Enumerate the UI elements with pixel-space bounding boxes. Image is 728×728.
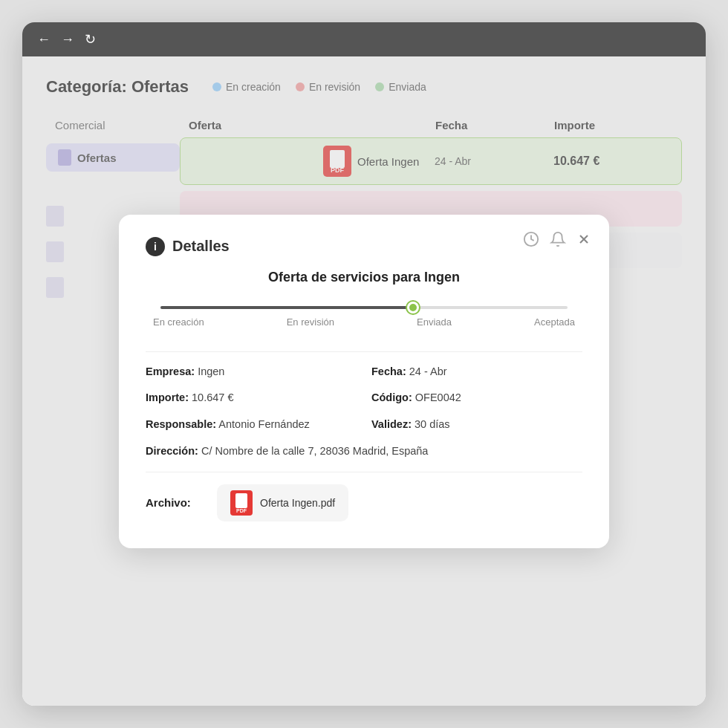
fecha-label: Fecha: — [371, 365, 406, 377]
divider2 — [146, 472, 582, 472]
validez-field: Validez: 30 días — [371, 417, 582, 433]
direccion-label: Dirección: — [146, 445, 198, 457]
codigo-field: Código: OFE0042 — [371, 390, 582, 406]
clock-button[interactable] — [523, 231, 539, 247]
progress-track — [160, 306, 568, 309]
details-grid: Empresa: Ingen Fecha: 24 - Abr Importe: … — [146, 364, 582, 460]
progress-container: En creación En revisión Enviada Aceptada — [146, 306, 582, 328]
empresa-value: Ingen — [198, 365, 224, 377]
fecha-value: 24 - Abr — [409, 365, 447, 377]
back-button[interactable]: ← — [37, 32, 51, 48]
empresa-label: Empresa: — [146, 365, 195, 377]
empresa-field: Empresa: Ingen — [146, 364, 357, 380]
file-row: Archivo: Oferta Ingen.pdf — [146, 484, 582, 521]
step-enviada: Enviada — [417, 316, 452, 328]
importe-label: Importe: — [146, 391, 189, 403]
importe-field: Importe: 10.647 € — [146, 390, 357, 406]
archivo-label: Archivo: — [146, 496, 205, 509]
direccion-field: Dirección: C/ Nombre de la calle 7, 2803… — [146, 443, 582, 460]
modal-detalles: i Detalles — [119, 215, 609, 548]
modal-title: Detalles — [172, 238, 230, 255]
pdf-small-icon — [230, 490, 253, 516]
modal-subtitle: Oferta de servicios para Ingen — [146, 270, 582, 285]
progress-dot — [407, 302, 419, 313]
progress-labels: En creación En revisión Enviada Aceptada — [153, 316, 575, 328]
codigo-value: OFE0042 — [415, 391, 461, 403]
progress-fill — [160, 306, 413, 309]
importe-value: 10.647 € — [192, 391, 233, 403]
modal-header: i Detalles — [146, 237, 582, 256]
validez-label: Validez: — [371, 418, 412, 430]
browser-window: ← → ↻ Categoría: Ofertas En creación En … — [22, 22, 706, 706]
responsable-value: Antonio Fernández — [218, 418, 310, 430]
browser-toolbar: ← → ↻ — [22, 22, 706, 56]
refresh-button[interactable]: ↻ — [85, 31, 96, 48]
direccion-value: C/ Nombre de la calle 7, 28036 Madrid, E… — [201, 445, 428, 457]
responsable-field: Responsable: Antonio Fernández — [146, 417, 357, 433]
divider — [146, 351, 582, 352]
forward-button[interactable]: → — [61, 32, 74, 48]
info-icon: i — [146, 237, 165, 256]
validez-value: 30 días — [415, 418, 450, 430]
step-aceptada: Aceptada — [534, 316, 575, 328]
responsable-label: Responsable: — [146, 418, 216, 430]
step-en-creacion: En creación — [153, 316, 204, 328]
archivo-filename: Oferta Ingen.pdf — [260, 497, 335, 509]
bell-button[interactable] — [550, 231, 566, 247]
modal-overlay: i Detalles — [22, 56, 706, 706]
close-button[interactable] — [576, 232, 591, 247]
modal-actions — [523, 231, 591, 247]
file-chip[interactable]: Oferta Ingen.pdf — [217, 484, 348, 521]
step-en-revision: En revisión — [287, 316, 334, 328]
codigo-label: Código: — [371, 391, 412, 403]
browser-content: Categoría: Ofertas En creación En revisi… — [22, 56, 706, 706]
fecha-field: Fecha: 24 - Abr — [371, 364, 582, 380]
